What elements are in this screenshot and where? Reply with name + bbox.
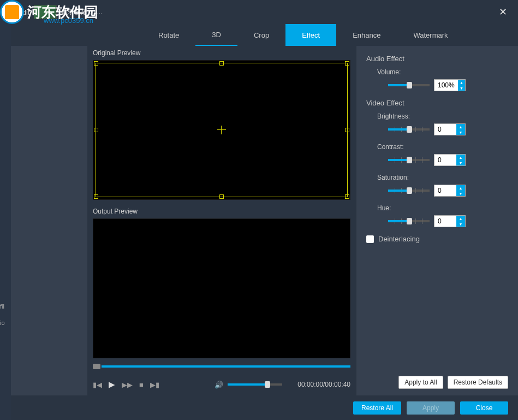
brightness-spinner[interactable]: 0 ▲▼ <box>434 123 466 135</box>
output-preview <box>93 218 350 358</box>
spinner-up-icon[interactable]: ▲ <box>458 80 465 85</box>
contrast-slider[interactable] <box>388 159 430 161</box>
edit-dialog: Edit 偶牙·解牙_20... ✕ Rotate 3D Crop Effect… <box>11 0 518 420</box>
contrast-value: 0 <box>434 156 456 164</box>
watermark-url: www.pc0359.cn <box>44 16 93 25</box>
spinner-up-icon[interactable]: ▲ <box>456 185 465 191</box>
saturation-slider[interactable] <box>388 190 430 192</box>
stop-button[interactable]: ■ <box>139 381 144 389</box>
deinterlacing-checkbox[interactable] <box>366 235 374 243</box>
crop-handle-br[interactable] <box>345 194 349 199</box>
saturation-spinner[interactable]: 0 ▲▼ <box>434 185 466 197</box>
tab-crop[interactable]: Crop <box>237 24 285 46</box>
hue-spinner[interactable]: 0 ▲▼ <box>434 215 466 227</box>
effects-panel: Audio Effect Volume: 100% ▲▼ Video Effec… <box>356 46 518 395</box>
apply-to-all-button[interactable]: Apply to All <box>398 376 443 389</box>
spinner-down-icon[interactable]: ▼ <box>458 85 465 91</box>
close-button[interactable]: Close <box>460 401 508 415</box>
spinner-down-icon[interactable]: ▼ <box>456 129 465 135</box>
next-button[interactable]: ▶▮ <box>150 381 159 389</box>
contrast-thumb[interactable] <box>407 157 412 163</box>
crop-handle-l[interactable] <box>94 128 98 132</box>
crop-handle-tr[interactable] <box>345 61 349 66</box>
spinner-up-icon[interactable]: ▲ <box>456 216 465 221</box>
prev-button[interactable]: ▮◀ <box>93 381 102 389</box>
crop-handle-bl[interactable] <box>94 194 98 199</box>
spinner-down-icon[interactable]: ▼ <box>456 191 465 196</box>
volume-effect-slider[interactable] <box>388 84 430 86</box>
tab-rotate[interactable]: Rotate <box>142 24 195 46</box>
spinner-up-icon[interactable]: ▲ <box>456 155 465 160</box>
tab-bar: Rotate 3D Crop Effect Enhance Watermark <box>11 24 518 46</box>
brightness-label: Brightness: <box>377 113 508 120</box>
player-controls: ▮◀ ▶ ▶▶ ■ ▶▮ 🔊 00:00:00/00:00:40 <box>87 374 356 395</box>
crop-handle-t[interactable] <box>219 61 224 66</box>
hue-label: Hue: <box>377 204 508 212</box>
contrast-label: Contrast: <box>377 143 508 151</box>
restore-all-button[interactable]: Restore All <box>353 401 401 415</box>
bg-label-io: io <box>0 320 5 326</box>
output-preview-label: Output Preview <box>87 204 356 218</box>
saturation-label: Saturation: <box>377 174 508 181</box>
volume-slider[interactable] <box>228 383 282 386</box>
hue-thumb[interactable] <box>407 218 412 224</box>
contrast-spinner[interactable]: 0 ▲▼ <box>434 154 466 166</box>
restore-defaults-button[interactable]: Restore Defaults <box>448 376 508 389</box>
watermark-logo <box>0 0 27 25</box>
volume-value: 100% <box>434 81 458 89</box>
crop-handle-tl[interactable] <box>94 61 98 66</box>
preview-column: Original Preview Output Preview <box>87 46 356 395</box>
hue-value: 0 <box>434 217 456 225</box>
volume-thumb[interactable] <box>265 381 270 388</box>
background-sidebar <box>0 0 11 420</box>
volume-icon[interactable]: 🔊 <box>215 381 223 389</box>
volume-spinner[interactable]: 100% ▲▼ <box>434 79 466 91</box>
close-icon[interactable]: ✕ <box>495 4 511 20</box>
timeline[interactable] <box>93 363 350 370</box>
deinterlacing-row[interactable]: Deinterlacing <box>366 235 508 243</box>
spinner-up-icon[interactable]: ▲ <box>456 124 465 129</box>
time-display: 00:00:00/00:00:40 <box>297 381 350 388</box>
timeline-handle[interactable] <box>93 364 100 369</box>
brightness-value: 0 <box>434 126 456 133</box>
crop-handle-r[interactable] <box>345 128 349 132</box>
bg-label-file: fil <box>0 303 4 310</box>
audio-effect-title: Audio Effect <box>366 55 508 63</box>
brightness-thumb[interactable] <box>407 126 412 133</box>
crop-outline[interactable] <box>96 63 348 197</box>
saturation-thumb[interactable] <box>407 187 412 194</box>
hue-slider[interactable] <box>388 220 430 222</box>
tab-enhance[interactable]: Enhance <box>336 24 397 46</box>
tab-watermark[interactable]: Watermark <box>397 24 464 46</box>
original-preview-label: Original Preview <box>87 46 356 60</box>
brightness-slider[interactable] <box>388 128 430 131</box>
crop-center-icon <box>217 126 226 134</box>
left-sidebar <box>11 46 87 395</box>
spinner-down-icon[interactable]: ▼ <box>456 221 465 227</box>
tab-effect[interactable]: Effect <box>285 24 336 46</box>
deinterlacing-label: Deinterlacing <box>378 235 420 243</box>
content-area: Original Preview Output Preview <box>11 46 518 395</box>
video-effect-title: Video Effect <box>366 99 508 107</box>
dialog-footer: Restore All Apply Close <box>22 396 518 420</box>
volume-effect-thumb[interactable] <box>407 82 412 88</box>
timeline-track[interactable] <box>102 365 350 368</box>
fast-forward-button[interactable]: ▶▶ <box>122 381 133 389</box>
saturation-value: 0 <box>434 187 456 194</box>
original-preview[interactable] <box>93 60 350 200</box>
spinner-down-icon[interactable]: ▼ <box>456 160 465 165</box>
crop-handle-b[interactable] <box>219 194 224 199</box>
volume-label: Volume: <box>377 68 508 76</box>
tab-3d[interactable]: 3D <box>195 24 237 46</box>
play-button[interactable]: ▶ <box>109 380 115 389</box>
apply-button[interactable]: Apply <box>407 401 455 415</box>
